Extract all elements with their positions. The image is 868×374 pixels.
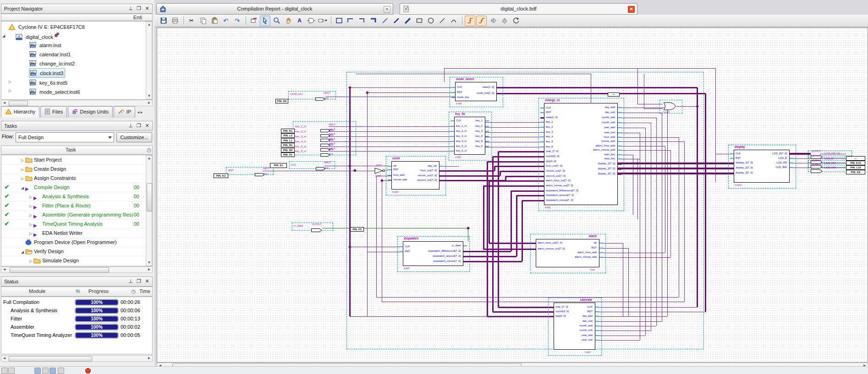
- close-icon[interactable]: ✕: [144, 122, 150, 129]
- pin-box-PINN1[interactable]: PIN_N1: [281, 143, 295, 147]
- io-output-symbol[interactable]: [311, 226, 322, 234]
- fliph-tool-button[interactable]: [488, 16, 498, 26]
- flipv-tool-button[interactable]: [499, 16, 510, 26]
- task-row-verify-design[interactable]: ◢Verify Design: [2, 247, 147, 256]
- task-row-timequest-timing-analysis[interactable]: ✔▷▶TimeQuest Timing Analysis00: [2, 219, 147, 229]
- close-icon[interactable]: ✕: [144, 278, 150, 284]
- tab-design-units[interactable]: Design Units: [68, 106, 112, 118]
- expander-icon[interactable]: ▷: [28, 220, 33, 229]
- schematic-canvas[interactable]: mode_selectinst6CLKRSTmode_keystate[1..0…: [157, 27, 868, 363]
- expander-icon[interactable]: ◢: [20, 184, 25, 193]
- rubber1-tool-button[interactable]: [465, 16, 475, 26]
- tree-item-digital-clock[interactable]: ◢digital_clock: [1, 32, 152, 41]
- circle-tool-button[interactable]: [425, 16, 436, 26]
- expander-icon[interactable]: ◢: [20, 248, 25, 257]
- rect-tool-button[interactable]: [414, 16, 424, 26]
- close-icon[interactable]: ✕: [144, 5, 150, 11]
- bottom-icon[interactable]: [1, 368, 8, 374]
- customize-button[interactable]: Customize...: [116, 132, 152, 142]
- expander-icon[interactable]: ▷: [8, 87, 12, 96]
- restore-icon[interactable]: ❐: [136, 5, 142, 11]
- task-row-analysis-synthesis[interactable]: ✔▷▶Analysis & Synthesis00: [2, 192, 147, 201]
- expander-icon[interactable]: ▷: [28, 211, 33, 220]
- pin-icon[interactable]: ⊥: [127, 122, 134, 129]
- line-tool-button[interactable]: [437, 16, 447, 26]
- copy-tool-button[interactable]: [198, 16, 208, 26]
- tree-hscrollbar[interactable]: ◄►: [1, 100, 153, 106]
- task-row-assign-constraints[interactable]: ▷Assign Constraints: [2, 173, 147, 183]
- tasks-vscrollbar[interactable]: ▲▼: [146, 155, 152, 266]
- undo-tool-button[interactable]: ↶: [220, 16, 231, 26]
- flow-select[interactable]: Full Design: [16, 132, 114, 142]
- pin-box-[interactable]: —: [846, 156, 865, 161]
- redo-tool-button[interactable]: ↷: [232, 16, 242, 26]
- text-tool-button[interactable]: A: [294, 16, 305, 26]
- task-row-program-device-open-programmer-[interactable]: Program Device (Open Programmer): [2, 238, 147, 247]
- pin-box-PINL10[interactable]: PIN_L10: [846, 165, 865, 170]
- rotate-tool-button[interactable]: [511, 16, 521, 26]
- bottom-icon[interactable]: [34, 368, 41, 374]
- restore-icon[interactable]: ❐: [136, 122, 142, 129]
- tasks-hscrollbar[interactable]: ◄►: [1, 266, 153, 273]
- bottom-icon[interactable]: [58, 368, 64, 374]
- tree-item-key-6s-inst5[interactable]: ▷abcVHDkey_6s:inst5: [1, 77, 152, 87]
- bottom-icon[interactable]: [8, 368, 15, 374]
- task-row-start-project[interactable]: ▷Start Project: [2, 155, 147, 165]
- tab-scroll-arrows[interactable]: ◂ ▸: [136, 110, 143, 114]
- diag3-tool-button[interactable]: [402, 16, 413, 26]
- pin-box-[interactable]: —: [608, 92, 620, 97]
- tree-item-mode-select-inst6[interactable]: ▷abcVHDmode_select:inst6: [1, 87, 152, 96]
- expander-icon[interactable]: ▷: [20, 156, 25, 165]
- pin-box-PINR2[interactable]: PIN_R2: [275, 99, 288, 103]
- pin-box-PINK16[interactable]: PIN_K16: [846, 161, 865, 165]
- pin-icon[interactable]: ⊥: [127, 5, 134, 11]
- print-tool-button[interactable]: [170, 16, 180, 26]
- pin-box-PINK2[interactable]: PIN_K2: [214, 173, 228, 178]
- tree-item-calendar-inst1[interactable]: abcVHDcalendar:inst1: [1, 50, 152, 59]
- pin-box-PINK1[interactable]: PIN_K1: [281, 129, 295, 133]
- paste-tool-button[interactable]: [209, 16, 220, 26]
- tab-close-icon[interactable]: ✕: [384, 6, 390, 13]
- pin-box-PINN2[interactable]: PIN_N2: [281, 148, 295, 152]
- restore-icon[interactable]: ❐: [136, 278, 142, 284]
- navigator-column-header[interactable]: Enti: [1, 14, 153, 21]
- pin-box-PINL1[interactable]: PIN_L1: [281, 138, 295, 143]
- diag1-tool-button[interactable]: [379, 16, 390, 26]
- tree-item-alarm-inst[interactable]: abcVHDalarm:inst: [1, 41, 152, 50]
- select-tool-button[interactable]: [260, 16, 270, 26]
- corner3-tool-button[interactable]: [368, 16, 379, 26]
- task-row-assembler-generate-programming-files-[interactable]: ✔▷▶Assembler (Generate programming files…: [2, 210, 147, 220]
- expander-icon[interactable]: ▷: [20, 165, 25, 174]
- io-output-symbol[interactable]: [811, 167, 823, 175]
- tree-item-cyclone-iv-e-ep4ce6f17c8[interactable]: Cyclone IV E: EP4CE6F17C8: [1, 22, 152, 32]
- tree-item-change-io-inst2[interactable]: abcVHDchange_io:inst2: [1, 59, 152, 68]
- rubber2-tool-button[interactable]: [476, 16, 487, 26]
- pin-icon[interactable]: ⊥: [127, 278, 134, 284]
- detach-tool-button[interactable]: [248, 16, 259, 26]
- task-row-compile-design[interactable]: ✔◢▶Compile Design00: [2, 183, 147, 192]
- tab-hierarchy[interactable]: Hierarchy: [1, 106, 39, 118]
- corner2-tool-button[interactable]: [357, 16, 367, 26]
- expander-icon[interactable]: ◢: [1, 32, 6, 41]
- bottom-icon[interactable]: [49, 368, 56, 374]
- pin-box-PINL2[interactable]: PIN_L2: [281, 133, 295, 138]
- hand-tool-button[interactable]: [283, 16, 293, 26]
- task-row-create-design[interactable]: ▷Create Design: [2, 164, 147, 174]
- tab-close-icon[interactable]: ✕: [628, 6, 635, 13]
- cut-tool-button[interactable]: ✂: [186, 16, 197, 26]
- task-row-eda-netlist-writer[interactable]: ▷▶EDA Netlist Writer: [2, 228, 147, 238]
- task-row-fitter-place-route-[interactable]: ✔▷▶Fitter (Place & Route)00: [2, 201, 147, 211]
- bottom-red-icon[interactable]: [85, 368, 91, 374]
- expander-icon[interactable]: ▷: [8, 77, 12, 87]
- task-row-simulate-design[interactable]: ▷Simulate Design: [2, 256, 147, 266]
- save-tool-button[interactable]: [158, 16, 169, 26]
- expander-icon[interactable]: ▷: [28, 229, 33, 238]
- tab-files[interactable]: Files: [40, 106, 67, 118]
- expander-icon[interactable]: ▷: [28, 257, 33, 266]
- expander-icon[interactable]: ▷: [28, 193, 33, 202]
- expander-icon[interactable]: ▷: [28, 202, 33, 211]
- tab-ip[interactable]: IP: [114, 106, 135, 118]
- symbol-tool-button[interactable]: [306, 16, 316, 26]
- corner1-tool-button[interactable]: [345, 16, 356, 26]
- pin-box-PINP1[interactable]: PIN_P1: [281, 152, 295, 157]
